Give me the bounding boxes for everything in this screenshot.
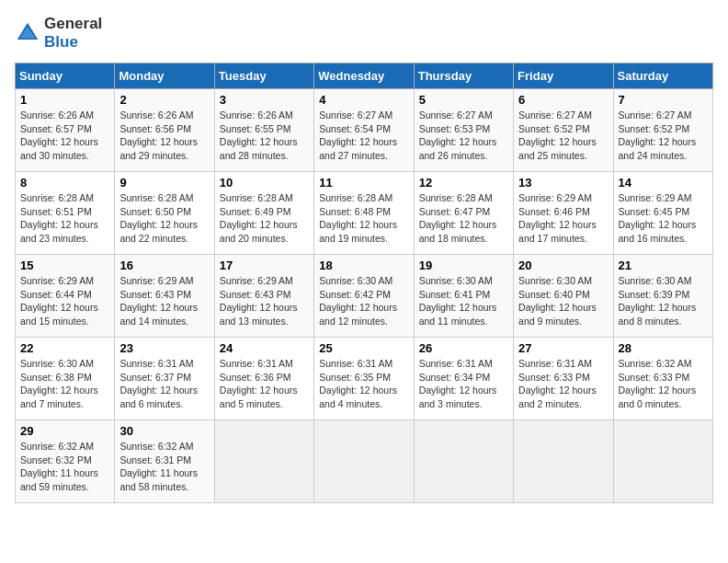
header-thursday: Thursday [414, 63, 513, 89]
logo: General Blue [15, 15, 102, 52]
day-detail: Sunrise: 6:30 AMSunset: 6:41 PMDaylight:… [419, 274, 508, 328]
day-number: 25 [319, 341, 408, 355]
day-number: 12 [419, 176, 508, 190]
calendar-header-row: SundayMondayTuesdayWednesdayThursdayFrid… [16, 63, 713, 89]
calendar-cell: 8Sunrise: 6:28 AMSunset: 6:51 PMDaylight… [16, 172, 115, 255]
day-number: 16 [119, 259, 209, 272]
header-sunday: Sunday [16, 63, 115, 89]
day-detail: Sunrise: 6:29 AMSunset: 6:44 PMDaylight:… [20, 274, 109, 328]
day-number: 24 [220, 341, 309, 355]
day-detail: Sunrise: 6:30 AMSunset: 6:38 PMDaylight:… [20, 357, 109, 411]
calendar-cell: 26Sunrise: 6:31 AMSunset: 6:34 PMDayligh… [414, 338, 513, 420]
day-number: 7 [619, 93, 708, 107]
day-number: 21 [619, 259, 708, 272]
calendar-cell: 23Sunrise: 6:31 AMSunset: 6:37 PMDayligh… [115, 338, 214, 420]
day-detail: Sunrise: 6:30 AMSunset: 6:42 PMDaylight:… [319, 274, 408, 328]
day-detail: Sunrise: 6:32 AMSunset: 6:31 PMDaylight:… [119, 440, 209, 494]
day-number: 26 [419, 341, 508, 355]
day-detail: Sunrise: 6:31 AMSunset: 6:34 PMDaylight:… [419, 357, 508, 411]
day-detail: Sunrise: 6:29 AMSunset: 6:43 PMDaylight:… [220, 274, 309, 328]
logo-icon [15, 20, 40, 46]
day-number: 5 [419, 93, 508, 107]
day-detail: Sunrise: 6:27 AMSunset: 6:52 PMDaylight:… [518, 109, 608, 163]
day-number: 9 [119, 176, 209, 190]
header-tuesday: Tuesday [214, 63, 313, 89]
calendar-cell: 14Sunrise: 6:29 AMSunset: 6:45 PMDayligh… [613, 172, 712, 255]
day-number: 4 [319, 93, 408, 107]
day-number: 6 [518, 93, 608, 107]
calendar-cell: 11Sunrise: 6:28 AMSunset: 6:48 PMDayligh… [314, 172, 414, 255]
calendar-cell [314, 420, 414, 503]
day-detail: Sunrise: 6:30 AMSunset: 6:39 PMDaylight:… [619, 274, 708, 328]
day-detail: Sunrise: 6:31 AMSunset: 6:33 PMDaylight:… [518, 357, 608, 411]
day-number: 1 [20, 93, 109, 107]
day-number: 18 [319, 259, 408, 272]
day-number: 17 [220, 259, 309, 272]
calendar-cell: 3Sunrise: 6:26 AMSunset: 6:55 PMDaylight… [214, 89, 313, 172]
calendar-week-row: 22Sunrise: 6:30 AMSunset: 6:38 PMDayligh… [16, 338, 713, 420]
day-detail: Sunrise: 6:28 AMSunset: 6:49 PMDaylight:… [220, 191, 309, 246]
calendar-cell: 13Sunrise: 6:29 AMSunset: 6:46 PMDayligh… [514, 172, 613, 255]
day-detail: Sunrise: 6:28 AMSunset: 6:51 PMDaylight:… [20, 191, 109, 246]
calendar-cell: 28Sunrise: 6:32 AMSunset: 6:33 PMDayligh… [613, 338, 712, 420]
day-detail: Sunrise: 6:27 AMSunset: 6:53 PMDaylight:… [419, 109, 508, 163]
calendar-cell: 16Sunrise: 6:29 AMSunset: 6:43 PMDayligh… [115, 255, 214, 338]
calendar-cell: 18Sunrise: 6:30 AMSunset: 6:42 PMDayligh… [314, 255, 414, 338]
day-detail: Sunrise: 6:29 AMSunset: 6:45 PMDaylight:… [619, 191, 708, 246]
calendar-cell [514, 420, 613, 503]
logo-text: General Blue [44, 15, 102, 52]
calendar-cell: 6Sunrise: 6:27 AMSunset: 6:52 PMDaylight… [514, 89, 613, 172]
calendar-cell: 5Sunrise: 6:27 AMSunset: 6:53 PMDaylight… [414, 89, 513, 172]
day-detail: Sunrise: 6:26 AMSunset: 6:56 PMDaylight:… [119, 109, 209, 163]
day-detail: Sunrise: 6:29 AMSunset: 6:46 PMDaylight:… [518, 191, 608, 246]
day-detail: Sunrise: 6:31 AMSunset: 6:37 PMDaylight:… [119, 357, 209, 411]
header-monday: Monday [115, 63, 214, 89]
calendar-cell: 7Sunrise: 6:27 AMSunset: 6:52 PMDaylight… [613, 89, 712, 172]
day-number: 3 [220, 93, 309, 107]
calendar-cell [613, 420, 712, 503]
day-number: 28 [619, 341, 708, 355]
day-detail: Sunrise: 6:26 AMSunset: 6:55 PMDaylight:… [220, 109, 309, 163]
day-number: 11 [319, 176, 408, 190]
day-number: 27 [518, 341, 608, 355]
day-detail: Sunrise: 6:31 AMSunset: 6:35 PMDaylight:… [319, 357, 408, 411]
calendar-cell: 27Sunrise: 6:31 AMSunset: 6:33 PMDayligh… [514, 338, 613, 420]
calendar-week-row: 1Sunrise: 6:26 AMSunset: 6:57 PMDaylight… [16, 89, 713, 172]
day-number: 19 [419, 259, 508, 272]
calendar-cell: 10Sunrise: 6:28 AMSunset: 6:49 PMDayligh… [214, 172, 313, 255]
day-detail: Sunrise: 6:28 AMSunset: 6:48 PMDaylight:… [319, 191, 408, 246]
calendar-week-row: 29Sunrise: 6:32 AMSunset: 6:32 PMDayligh… [16, 420, 713, 503]
calendar-cell: 22Sunrise: 6:30 AMSunset: 6:38 PMDayligh… [16, 338, 115, 420]
day-detail: Sunrise: 6:27 AMSunset: 6:52 PMDaylight:… [619, 109, 708, 163]
calendar-cell: 2Sunrise: 6:26 AMSunset: 6:56 PMDaylight… [115, 89, 214, 172]
day-number: 30 [119, 424, 209, 438]
calendar-cell: 20Sunrise: 6:30 AMSunset: 6:40 PMDayligh… [514, 255, 613, 338]
calendar-table: SundayMondayTuesdayWednesdayThursdayFrid… [15, 63, 713, 503]
calendar-cell: 4Sunrise: 6:27 AMSunset: 6:54 PMDaylight… [314, 89, 414, 172]
day-detail: Sunrise: 6:26 AMSunset: 6:57 PMDaylight:… [20, 109, 109, 163]
calendar-cell: 9Sunrise: 6:28 AMSunset: 6:50 PMDaylight… [115, 172, 214, 255]
calendar-cell [214, 420, 313, 503]
calendar-cell: 24Sunrise: 6:31 AMSunset: 6:36 PMDayligh… [214, 338, 313, 420]
calendar-week-row: 15Sunrise: 6:29 AMSunset: 6:44 PMDayligh… [16, 255, 713, 338]
day-detail: Sunrise: 6:27 AMSunset: 6:54 PMDaylight:… [319, 109, 408, 163]
day-number: 14 [619, 176, 708, 190]
calendar-week-row: 8Sunrise: 6:28 AMSunset: 6:51 PMDaylight… [16, 172, 713, 255]
day-number: 2 [119, 93, 209, 107]
calendar-cell: 30Sunrise: 6:32 AMSunset: 6:31 PMDayligh… [115, 420, 214, 503]
day-number: 20 [518, 259, 608, 272]
calendar-cell: 29Sunrise: 6:32 AMSunset: 6:32 PMDayligh… [16, 420, 115, 503]
day-detail: Sunrise: 6:30 AMSunset: 6:40 PMDaylight:… [518, 274, 608, 328]
calendar-cell: 17Sunrise: 6:29 AMSunset: 6:43 PMDayligh… [214, 255, 313, 338]
calendar-cell: 19Sunrise: 6:30 AMSunset: 6:41 PMDayligh… [414, 255, 513, 338]
day-number: 15 [20, 259, 109, 272]
day-number: 8 [20, 176, 109, 190]
header-wednesday: Wednesday [314, 63, 414, 89]
header-friday: Friday [514, 63, 613, 89]
day-number: 22 [20, 341, 109, 355]
day-detail: Sunrise: 6:32 AMSunset: 6:32 PMDaylight:… [20, 440, 109, 494]
day-detail: Sunrise: 6:29 AMSunset: 6:43 PMDaylight:… [119, 274, 209, 328]
day-number: 10 [220, 176, 309, 190]
calendar-cell [414, 420, 513, 503]
calendar-cell: 25Sunrise: 6:31 AMSunset: 6:35 PMDayligh… [314, 338, 414, 420]
